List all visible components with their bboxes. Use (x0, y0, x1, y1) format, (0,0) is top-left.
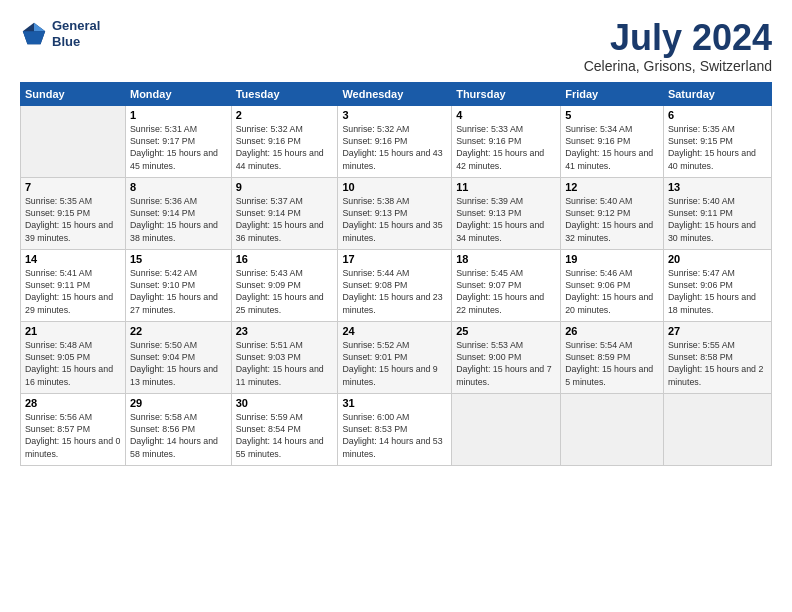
calendar-cell: 15Sunrise: 5:42 AMSunset: 9:10 PMDayligh… (125, 249, 231, 321)
main-title: July 2024 (584, 18, 772, 58)
day-info: Sunrise: 5:39 AMSunset: 9:13 PMDaylight:… (456, 195, 556, 244)
column-header-saturday: Saturday (663, 82, 771, 105)
calendar-cell: 1Sunrise: 5:31 AMSunset: 9:17 PMDaylight… (125, 105, 231, 177)
calendar-body: 1Sunrise: 5:31 AMSunset: 9:17 PMDaylight… (21, 105, 772, 465)
calendar-cell: 30Sunrise: 5:59 AMSunset: 8:54 PMDayligh… (231, 393, 338, 465)
day-number: 8 (130, 181, 227, 193)
day-info: Sunrise: 5:42 AMSunset: 9:10 PMDaylight:… (130, 267, 227, 316)
day-info: Sunrise: 5:41 AMSunset: 9:11 PMDaylight:… (25, 267, 121, 316)
logo-icon (20, 20, 48, 48)
day-number: 13 (668, 181, 767, 193)
subtitle: Celerina, Grisons, Switzerland (584, 58, 772, 74)
day-number: 2 (236, 109, 334, 121)
day-number: 20 (668, 253, 767, 265)
day-number: 24 (342, 325, 447, 337)
calendar-cell (561, 393, 664, 465)
day-info: Sunrise: 5:37 AMSunset: 9:14 PMDaylight:… (236, 195, 334, 244)
day-info: Sunrise: 6:00 AMSunset: 8:53 PMDaylight:… (342, 411, 447, 460)
week-row-5: 28Sunrise: 5:56 AMSunset: 8:57 PMDayligh… (21, 393, 772, 465)
day-number: 6 (668, 109, 767, 121)
day-info: Sunrise: 5:35 AMSunset: 9:15 PMDaylight:… (668, 123, 767, 172)
day-info: Sunrise: 5:31 AMSunset: 9:17 PMDaylight:… (130, 123, 227, 172)
calendar-cell: 9Sunrise: 5:37 AMSunset: 9:14 PMDaylight… (231, 177, 338, 249)
calendar-cell (452, 393, 561, 465)
calendar-cell: 23Sunrise: 5:51 AMSunset: 9:03 PMDayligh… (231, 321, 338, 393)
day-number: 5 (565, 109, 659, 121)
calendar-cell: 22Sunrise: 5:50 AMSunset: 9:04 PMDayligh… (125, 321, 231, 393)
day-number: 10 (342, 181, 447, 193)
day-info: Sunrise: 5:32 AMSunset: 9:16 PMDaylight:… (236, 123, 334, 172)
day-number: 22 (130, 325, 227, 337)
calendar-cell: 31Sunrise: 6:00 AMSunset: 8:53 PMDayligh… (338, 393, 452, 465)
calendar-cell: 4Sunrise: 5:33 AMSunset: 9:16 PMDaylight… (452, 105, 561, 177)
day-number: 9 (236, 181, 334, 193)
calendar-cell: 17Sunrise: 5:44 AMSunset: 9:08 PMDayligh… (338, 249, 452, 321)
calendar-cell: 8Sunrise: 5:36 AMSunset: 9:14 PMDaylight… (125, 177, 231, 249)
day-number: 15 (130, 253, 227, 265)
header: General Blue July 2024 Celerina, Grisons… (20, 18, 772, 74)
calendar-cell: 19Sunrise: 5:46 AMSunset: 9:06 PMDayligh… (561, 249, 664, 321)
day-info: Sunrise: 5:36 AMSunset: 9:14 PMDaylight:… (130, 195, 227, 244)
day-number: 17 (342, 253, 447, 265)
day-info: Sunrise: 5:38 AMSunset: 9:13 PMDaylight:… (342, 195, 447, 244)
calendar-cell: 10Sunrise: 5:38 AMSunset: 9:13 PMDayligh… (338, 177, 452, 249)
day-info: Sunrise: 5:51 AMSunset: 9:03 PMDaylight:… (236, 339, 334, 388)
page: General Blue July 2024 Celerina, Grisons… (0, 0, 792, 612)
day-info: Sunrise: 5:46 AMSunset: 9:06 PMDaylight:… (565, 267, 659, 316)
day-number: 19 (565, 253, 659, 265)
title-block: July 2024 Celerina, Grisons, Switzerland (584, 18, 772, 74)
calendar-cell: 29Sunrise: 5:58 AMSunset: 8:56 PMDayligh… (125, 393, 231, 465)
day-info: Sunrise: 5:40 AMSunset: 9:11 PMDaylight:… (668, 195, 767, 244)
day-number: 14 (25, 253, 121, 265)
calendar-cell: 16Sunrise: 5:43 AMSunset: 9:09 PMDayligh… (231, 249, 338, 321)
calendar-table: SundayMondayTuesdayWednesdayThursdayFrid… (20, 82, 772, 466)
column-header-monday: Monday (125, 82, 231, 105)
table-header: SundayMondayTuesdayWednesdayThursdayFrid… (21, 82, 772, 105)
day-number: 25 (456, 325, 556, 337)
svg-marker-2 (23, 31, 45, 44)
header-row: SundayMondayTuesdayWednesdayThursdayFrid… (21, 82, 772, 105)
day-number: 18 (456, 253, 556, 265)
logo-line2: Blue (52, 34, 100, 50)
column-header-thursday: Thursday (452, 82, 561, 105)
day-info: Sunrise: 5:32 AMSunset: 9:16 PMDaylight:… (342, 123, 447, 172)
logo-line1: General (52, 18, 100, 34)
calendar-cell: 20Sunrise: 5:47 AMSunset: 9:06 PMDayligh… (663, 249, 771, 321)
day-number: 27 (668, 325, 767, 337)
day-info: Sunrise: 5:45 AMSunset: 9:07 PMDaylight:… (456, 267, 556, 316)
week-row-4: 21Sunrise: 5:48 AMSunset: 9:05 PMDayligh… (21, 321, 772, 393)
day-info: Sunrise: 5:52 AMSunset: 9:01 PMDaylight:… (342, 339, 447, 388)
day-number: 31 (342, 397, 447, 409)
day-info: Sunrise: 5:55 AMSunset: 8:58 PMDaylight:… (668, 339, 767, 388)
calendar-cell: 27Sunrise: 5:55 AMSunset: 8:58 PMDayligh… (663, 321, 771, 393)
column-header-sunday: Sunday (21, 82, 126, 105)
day-info: Sunrise: 5:34 AMSunset: 9:16 PMDaylight:… (565, 123, 659, 172)
day-info: Sunrise: 5:40 AMSunset: 9:12 PMDaylight:… (565, 195, 659, 244)
calendar-cell: 28Sunrise: 5:56 AMSunset: 8:57 PMDayligh… (21, 393, 126, 465)
logo: General Blue (20, 18, 100, 49)
svg-marker-1 (34, 22, 45, 30)
day-number: 28 (25, 397, 121, 409)
day-info: Sunrise: 5:50 AMSunset: 9:04 PMDaylight:… (130, 339, 227, 388)
day-info: Sunrise: 5:44 AMSunset: 9:08 PMDaylight:… (342, 267, 447, 316)
calendar-cell: 11Sunrise: 5:39 AMSunset: 9:13 PMDayligh… (452, 177, 561, 249)
day-info: Sunrise: 5:54 AMSunset: 8:59 PMDaylight:… (565, 339, 659, 388)
day-info: Sunrise: 5:56 AMSunset: 8:57 PMDaylight:… (25, 411, 121, 460)
day-info: Sunrise: 5:48 AMSunset: 9:05 PMDaylight:… (25, 339, 121, 388)
day-number: 1 (130, 109, 227, 121)
calendar-cell: 24Sunrise: 5:52 AMSunset: 9:01 PMDayligh… (338, 321, 452, 393)
logo-text: General Blue (52, 18, 100, 49)
calendar-cell: 6Sunrise: 5:35 AMSunset: 9:15 PMDaylight… (663, 105, 771, 177)
calendar-cell: 26Sunrise: 5:54 AMSunset: 8:59 PMDayligh… (561, 321, 664, 393)
day-number: 30 (236, 397, 334, 409)
week-row-1: 1Sunrise: 5:31 AMSunset: 9:17 PMDaylight… (21, 105, 772, 177)
day-number: 26 (565, 325, 659, 337)
calendar-cell: 12Sunrise: 5:40 AMSunset: 9:12 PMDayligh… (561, 177, 664, 249)
day-info: Sunrise: 5:47 AMSunset: 9:06 PMDaylight:… (668, 267, 767, 316)
calendar-cell: 13Sunrise: 5:40 AMSunset: 9:11 PMDayligh… (663, 177, 771, 249)
column-header-friday: Friday (561, 82, 664, 105)
calendar-cell: 21Sunrise: 5:48 AMSunset: 9:05 PMDayligh… (21, 321, 126, 393)
calendar-cell: 5Sunrise: 5:34 AMSunset: 9:16 PMDaylight… (561, 105, 664, 177)
day-number: 29 (130, 397, 227, 409)
calendar-cell: 3Sunrise: 5:32 AMSunset: 9:16 PMDaylight… (338, 105, 452, 177)
